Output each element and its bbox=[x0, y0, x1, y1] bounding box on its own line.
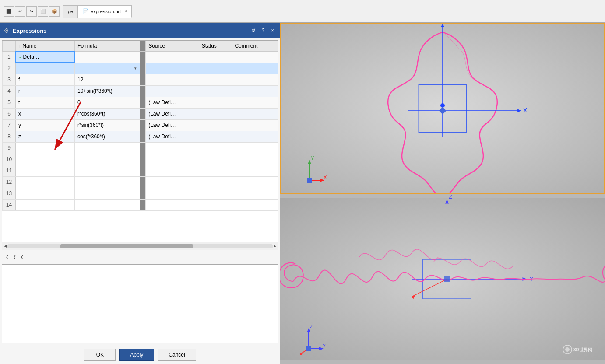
name-cell-3[interactable]: f bbox=[16, 74, 75, 85]
toolbar-btn-2[interactable]: ↩ bbox=[15, 6, 25, 17]
apply-button[interactable]: Apply bbox=[119, 349, 154, 361]
bottom-view-svg: Z Y bbox=[280, 194, 605, 364]
cancel-button[interactable]: Cancel bbox=[158, 349, 196, 361]
table-row[interactable]: 9 bbox=[3, 142, 278, 154]
source-cell-6[interactable]: (Law Defi… bbox=[146, 108, 199, 119]
scroll-left-icon[interactable]: ◀ bbox=[3, 244, 7, 248]
status-cell-1 bbox=[199, 51, 232, 63]
chevron-btn-2[interactable]: ❮ bbox=[11, 254, 18, 260]
dialog-titlebar: ⚙ Expressions ↺ ? × bbox=[0, 23, 280, 38]
source-cell-4[interactable] bbox=[146, 85, 199, 97]
svg-text:3D世界网: 3D世界网 bbox=[573, 347, 592, 352]
svg-text:X: X bbox=[523, 107, 527, 114]
check-icon-1: ✓ bbox=[19, 55, 22, 60]
table-body: 1 ✓ bbox=[3, 51, 278, 210]
name-cell-5[interactable]: t bbox=[16, 97, 75, 108]
name-cell-6[interactable]: x bbox=[16, 108, 75, 119]
source-cell-5[interactable]: (Law Defi… bbox=[146, 97, 199, 108]
table-row[interactable]: 13 bbox=[3, 188, 278, 199]
table-scroll[interactable]: ↑ Name Formula Source Status Comment bbox=[2, 41, 278, 242]
name-cell-1[interactable]: ✓ bbox=[16, 51, 75, 63]
viewport-top[interactable]: X Y Y X bbox=[280, 23, 605, 194]
dropdown-arrow-icon[interactable]: ▼ bbox=[134, 66, 137, 70]
formula-cell-4[interactable]: 10+sin(f*360*t) bbox=[75, 85, 140, 97]
table-row[interactable]: 10 bbox=[3, 154, 278, 165]
table-row[interactable]: 11 bbox=[3, 165, 278, 176]
tab-ge[interactable]: ge bbox=[63, 5, 78, 18]
source-cell-3[interactable] bbox=[146, 74, 199, 85]
status-cell-3 bbox=[199, 74, 232, 85]
table-row[interactable]: 5 t 0 (Law Defi… bbox=[3, 97, 278, 108]
toolbar-icons: ⬛ ↩ ↪ ⬜ 📦 bbox=[4, 6, 60, 17]
col-divider-3 bbox=[140, 74, 146, 85]
formula-cell-2[interactable]: ▼ bbox=[75, 63, 140, 74]
table-row[interactable]: 4 r 10+sin(f*360*t) bbox=[3, 85, 278, 97]
name-input-1[interactable] bbox=[23, 54, 49, 60]
toolbar-btn-3[interactable]: ↪ bbox=[26, 6, 37, 17]
formula-cell-7[interactable]: r*sin(360*t) bbox=[75, 119, 140, 131]
table-row[interactable]: 14 bbox=[3, 199, 278, 210]
table-row[interactable]: 2 ▼ bbox=[3, 63, 278, 74]
name-cell-7[interactable]: y bbox=[16, 119, 75, 131]
expressions-panel: ⚙ Expressions ↺ ? × ↑ Name bbox=[0, 23, 280, 364]
col-header-name[interactable]: ↑ Name bbox=[16, 41, 75, 52]
comment-cell-4 bbox=[232, 85, 278, 97]
source-cell-1[interactable] bbox=[146, 51, 199, 63]
toolbar-btn-4[interactable]: ⬜ bbox=[38, 6, 48, 17]
toolbar-btn-1[interactable]: ⬛ bbox=[4, 6, 14, 17]
ok-button[interactable]: OK bbox=[84, 349, 116, 361]
chevron-btn-1[interactable]: ❮ bbox=[4, 254, 11, 260]
formula-textarea[interactable] bbox=[2, 265, 278, 343]
toolbar-btn-5[interactable]: 📦 bbox=[49, 6, 60, 17]
table-row[interactable]: 8 z cos(f*360*t) (Law Defi… bbox=[3, 131, 278, 142]
formula-cell-3[interactable]: 12 bbox=[75, 74, 140, 85]
table-row[interactable]: 6 x r*cos(360*t) (Law Defi… bbox=[3, 108, 278, 119]
tab-close-icon[interactable]: × bbox=[124, 9, 127, 14]
formula-input-area bbox=[2, 264, 278, 343]
formula-cell-6[interactable]: r*cos(360*t) bbox=[75, 108, 140, 119]
table-row[interactable]: 7 y r*sin(360*t) (Law Defi… bbox=[3, 119, 278, 131]
table-row[interactable]: 3 f 12 bbox=[3, 74, 278, 85]
top-toolbar: ⬛ ↩ ↪ ⬜ 📦 ge 📄 expression.prt × bbox=[0, 0, 605, 23]
tab-ge-label: ge bbox=[68, 9, 73, 14]
col-header-num bbox=[3, 41, 16, 52]
col-divider-2 bbox=[140, 63, 146, 74]
row-num: 8 bbox=[3, 131, 16, 142]
expression-file-icon: 📄 bbox=[83, 8, 89, 14]
name-cell-8[interactable]: z bbox=[16, 131, 75, 142]
table-row[interactable]: 1 ✓ bbox=[3, 51, 278, 63]
col-divider-4 bbox=[140, 85, 146, 97]
comment-cell-8 bbox=[232, 131, 278, 142]
source-cell-7[interactable]: (Law Defi… bbox=[146, 119, 199, 131]
source-cell-2[interactable] bbox=[146, 63, 199, 74]
tab-expression[interactable]: 📄 expression.prt × bbox=[78, 5, 132, 18]
col-divider-7 bbox=[140, 119, 146, 131]
col-divider-6 bbox=[140, 108, 146, 119]
name-cell-2[interactable] bbox=[16, 63, 75, 74]
scroll-right-icon[interactable]: ▶ bbox=[273, 244, 277, 248]
dialog-help-button[interactable]: ? bbox=[259, 27, 267, 35]
comment-cell-2 bbox=[232, 63, 278, 74]
name-cell-4[interactable]: r bbox=[16, 85, 75, 97]
horizontal-scrollbar[interactable]: ◀ ▶ bbox=[2, 242, 278, 250]
svg-text:Y: Y bbox=[323, 343, 326, 348]
col-divider-8 bbox=[140, 131, 146, 142]
dialog-refresh-button[interactable]: ↺ bbox=[250, 27, 257, 35]
formula-cell-5[interactable]: 0 bbox=[75, 97, 140, 108]
formula-cell-8[interactable]: cos(f*360*t) bbox=[75, 131, 140, 142]
chevron-controls: ❮ ❮ ❮ bbox=[2, 252, 278, 262]
source-cell-8[interactable]: (Law Defi… bbox=[146, 131, 199, 142]
tab-expression-label: expression.prt bbox=[91, 9, 121, 14]
table-row[interactable]: 12 bbox=[3, 176, 278, 188]
status-cell-8 bbox=[199, 131, 232, 142]
dialog-close-button[interactable]: × bbox=[269, 27, 277, 35]
dialog-buttons: OK Apply Cancel bbox=[0, 345, 280, 364]
viewport-bottom[interactable]: Z Y bbox=[280, 194, 605, 364]
chevron-btn-3[interactable]: ❮ bbox=[19, 254, 25, 260]
svg-point-40 bbox=[565, 347, 570, 352]
row-num: 3 bbox=[3, 74, 16, 85]
scrollbar-thumb[interactable] bbox=[60, 244, 193, 248]
formula-cell-1[interactable] bbox=[75, 51, 140, 63]
scrollbar-track[interactable] bbox=[7, 244, 273, 248]
logo-svg: 3D世界网 bbox=[562, 343, 597, 356]
